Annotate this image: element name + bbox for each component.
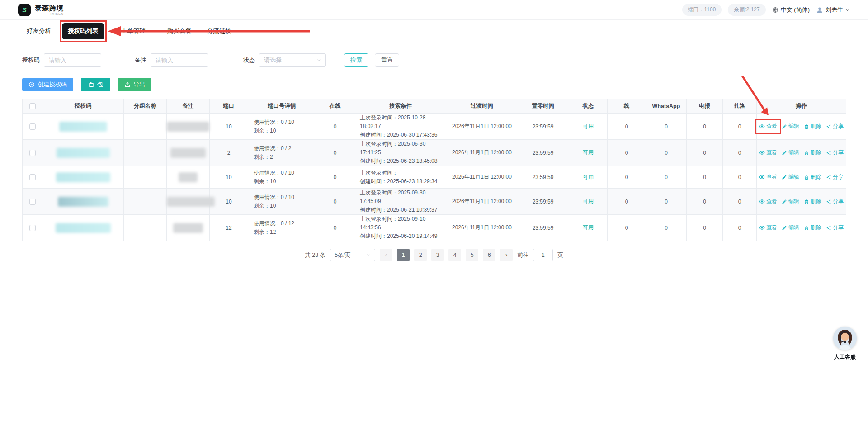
last-login-line: 上次登录时间：2025-06-30 17:41:25	[360, 140, 441, 157]
share-link[interactable]: 分享	[826, 224, 844, 232]
status-cell: 可用	[569, 215, 608, 241]
row-checkbox[interactable]	[29, 123, 36, 130]
auth-code-filter-input[interactable]	[44, 53, 101, 67]
customer-support-widget[interactable]: 人工客服	[831, 327, 859, 361]
transition-time-cell: 2026年11月1日 12:00:00	[447, 140, 517, 166]
pencil-icon	[782, 150, 787, 156]
trash-icon	[804, 199, 809, 204]
view-link[interactable]: 查看	[759, 149, 777, 156]
per-page-select[interactable]: 5条/页	[330, 249, 375, 261]
row-checkbox[interactable]	[29, 150, 36, 156]
reset-time-cell: 23:59:59	[517, 140, 569, 166]
col-online: 在线	[316, 99, 354, 114]
auth-code-table: 授权码 分组名称 备注 端口 端口号详情 在线 搜索条件 过渡时间 置零时间 状…	[22, 99, 846, 241]
table-row: 10 使用情况：0 / 10剩余：10 0 上次登录时间：2025-09-30 …	[23, 189, 846, 215]
remark-redacted	[179, 172, 198, 182]
upload-icon	[124, 81, 131, 88]
eye-icon	[759, 199, 765, 204]
remark-redacted	[173, 223, 203, 233]
filter-bar: 授权码 备注 状态 请选择 搜索 重置	[22, 53, 868, 67]
package-button[interactable]: 包	[81, 78, 110, 91]
status-filter-select[interactable]: 请选择	[259, 53, 326, 67]
user-menu[interactable]: 刘先生	[816, 6, 850, 14]
page-button-3[interactable]: 3	[431, 249, 444, 261]
eye-icon	[759, 174, 765, 180]
edit-link[interactable]: 编辑	[782, 224, 799, 232]
nav-item-auth-code-list[interactable]: 授权码列表	[62, 23, 104, 39]
telegram-cell: 0	[687, 140, 723, 166]
last-login-line: 上次登录时间：	[360, 169, 441, 177]
language-switcher[interactable]: 中文 (简体)	[772, 6, 810, 14]
nav-item-friend-analysis[interactable]: 好友分析	[22, 24, 56, 38]
transition-time-cell: 2026年11月1日 12:00:00	[447, 189, 517, 215]
page-button-6[interactable]: 6	[483, 249, 495, 261]
support-agent-avatar[interactable]	[833, 327, 857, 350]
remark-redacted	[167, 197, 215, 207]
page-button-5[interactable]: 5	[466, 249, 478, 261]
search-button[interactable]: 搜索	[344, 53, 368, 67]
remark-filter-input[interactable]	[151, 53, 208, 67]
page-button-2[interactable]: 2	[414, 249, 427, 261]
created-line: 创建时间：2025-06-23 18:29:34	[360, 177, 441, 186]
remain-line: 剩余：10	[254, 202, 310, 210]
chevron-down-icon	[845, 8, 850, 12]
group-name-cell	[124, 114, 167, 140]
usage-line: 使用情况：0 / 2	[254, 144, 310, 153]
reset-button[interactable]: 重置	[375, 53, 399, 67]
edit-link[interactable]: 编辑	[782, 198, 799, 205]
whatsapp-cell: 0	[646, 114, 687, 140]
total-count: 共 28 条	[305, 251, 326, 259]
share-link[interactable]: 分享	[826, 198, 844, 205]
edit-link[interactable]: 编辑	[782, 123, 799, 130]
port-cell: 10	[210, 166, 248, 189]
nav-item-traffic-link[interactable]: 分流链接	[203, 24, 236, 38]
edit-link[interactable]: 编辑	[782, 149, 799, 156]
share-link[interactable]: 分享	[826, 173, 844, 181]
delete-link[interactable]: 删除	[804, 123, 821, 130]
page-button-4[interactable]: 4	[448, 249, 461, 261]
next-page-button[interactable]: ›	[500, 249, 513, 261]
support-label: 人工客服	[831, 353, 859, 361]
nav-item-buy-package[interactable]: 购买套餐	[163, 24, 196, 38]
transition-time-cell: 2026年11月1日 12:00:00	[447, 215, 517, 241]
usage-line: 使用情况：0 / 10	[254, 118, 310, 127]
view-link[interactable]: 查看	[759, 224, 777, 232]
col-port: 端口	[210, 99, 248, 114]
share-link[interactable]: 分享	[826, 123, 844, 130]
page-button-1[interactable]: 1	[397, 249, 410, 261]
nav-item-ticket-management[interactable]: 多工单管理	[111, 24, 157, 38]
prev-page-button[interactable]: ‹	[380, 249, 392, 261]
status-cell: 可用	[569, 140, 608, 166]
row-checkbox[interactable]	[29, 199, 36, 205]
line-cell: 0	[608, 114, 646, 140]
online-cell: 0	[316, 215, 354, 241]
reset-time-cell: 23:59:59	[517, 166, 569, 189]
goto-label: 前往	[517, 251, 528, 259]
view-link[interactable]: 查看	[759, 173, 777, 181]
status-cell: 可用	[569, 189, 608, 215]
zalo-cell: 0	[723, 140, 757, 166]
goto-page-input[interactable]	[533, 249, 553, 261]
edit-link[interactable]: 编辑	[782, 173, 799, 181]
svg-text:S: S	[22, 6, 27, 13]
select-all-checkbox[interactable]	[29, 103, 36, 109]
row-checkbox[interactable]	[29, 174, 36, 180]
create-auth-code-button[interactable]: 创建授权码	[22, 78, 73, 91]
delete-link[interactable]: 删除	[804, 173, 821, 181]
remain-line: 剩余：10	[254, 177, 310, 186]
pencil-icon	[782, 175, 787, 180]
row-checkbox[interactable]	[29, 225, 36, 231]
share-link[interactable]: 分享	[826, 149, 844, 156]
remain-line: 剩余：12	[254, 228, 310, 237]
telegram-cell: 0	[687, 189, 723, 215]
view-link[interactable]: 查看	[759, 198, 777, 205]
delete-link[interactable]: 删除	[804, 149, 821, 156]
zalo-cell: 0	[723, 114, 757, 140]
view-link[interactable]: 查看	[759, 123, 777, 130]
col-line: 线	[608, 99, 646, 114]
share-icon	[826, 124, 831, 129]
auth-code-redacted	[57, 148, 110, 158]
delete-link[interactable]: 删除	[804, 198, 821, 205]
delete-link[interactable]: 删除	[804, 224, 821, 232]
export-button[interactable]: 导出	[118, 78, 151, 91]
